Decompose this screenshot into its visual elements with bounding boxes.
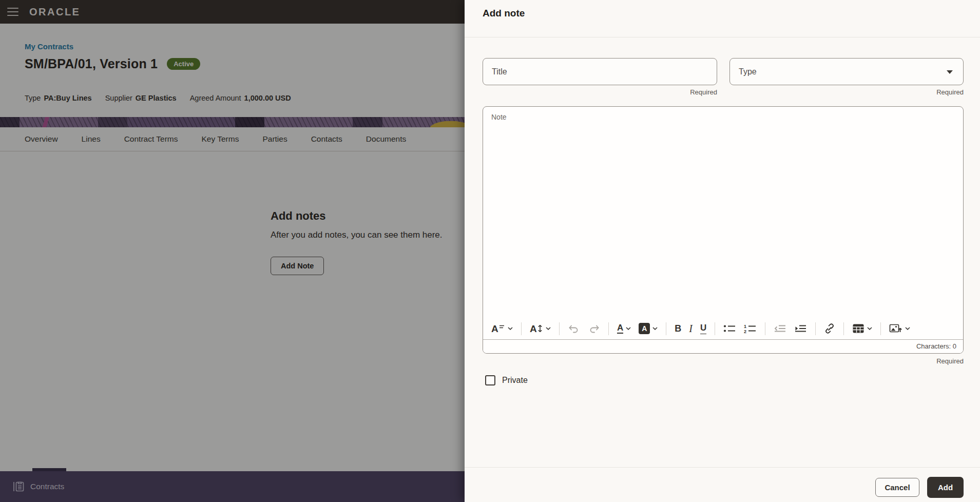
insert-table-icon[interactable] — [851, 322, 874, 335]
redo-icon[interactable] — [586, 323, 602, 334]
title-required-hint: Required — [483, 88, 717, 96]
chevron-down-icon — [626, 327, 631, 330]
private-checkbox[interactable] — [485, 375, 495, 385]
insert-image-icon[interactable] — [888, 322, 912, 335]
svg-text:2: 2 — [744, 329, 746, 334]
font-color-icon[interactable]: A — [616, 322, 632, 335]
bulleted-list-icon[interactable] — [722, 323, 738, 334]
toolbar-divider — [765, 322, 765, 335]
note-type-placeholder: Type — [739, 67, 757, 76]
add-note-drawer: Add note Required Type Required Note A — [465, 0, 980, 502]
indent-icon[interactable] — [793, 323, 809, 334]
cancel-button[interactable]: Cancel — [875, 478, 919, 497]
type-required-hint: Required — [729, 88, 964, 96]
chevron-down-icon — [905, 327, 910, 330]
underline-icon[interactable]: U — [699, 322, 708, 335]
svg-text:A: A — [530, 323, 537, 334]
outdent-icon[interactable] — [772, 323, 788, 334]
drawer-header-divider — [465, 37, 980, 37]
font-size-icon[interactable]: A — [528, 322, 552, 335]
insert-link-icon[interactable] — [822, 322, 837, 335]
note-title-input[interactable] — [483, 58, 717, 85]
note-type-select[interactable]: Type — [729, 58, 964, 85]
chevron-down-icon — [508, 327, 513, 330]
toolbar-divider — [715, 322, 715, 335]
note-required-hint: Required — [483, 357, 964, 365]
toolbar-divider — [608, 322, 609, 335]
bold-icon[interactable]: B — [673, 323, 683, 334]
note-editor-content[interactable]: Note — [483, 107, 963, 318]
toolbar-divider — [559, 322, 560, 335]
toolbar-divider — [666, 322, 666, 335]
character-count: Characters: 0 — [483, 339, 963, 353]
private-checkbox-row: Private — [485, 375, 528, 385]
highlight-color-icon[interactable]: A — [637, 322, 659, 335]
toolbar-divider — [843, 322, 844, 335]
screen: ORACLE My Contracts SM/BPA/01, Version 1… — [0, 0, 980, 502]
toolbar-divider — [880, 322, 881, 335]
svg-text:A: A — [491, 323, 498, 334]
drawer-footer-divider — [465, 467, 980, 468]
chevron-down-icon — [652, 327, 658, 330]
undo-icon[interactable] — [566, 323, 582, 334]
toolbar-divider — [521, 322, 522, 335]
italic-icon[interactable]: I — [687, 322, 694, 335]
numbered-list-icon[interactable]: 1 2 — [742, 323, 758, 334]
svg-text:1: 1 — [744, 324, 746, 329]
dropdown-caret-icon — [947, 70, 953, 74]
editor-toolbar: A A — [483, 318, 963, 339]
chevron-down-icon — [546, 327, 551, 330]
add-button[interactable]: Add — [927, 477, 964, 498]
toolbar-divider — [815, 322, 816, 335]
private-checkbox-label[interactable]: Private — [502, 376, 528, 385]
drawer-title: Add note — [483, 8, 525, 19]
paragraph-format-icon[interactable]: A — [489, 322, 514, 335]
chevron-down-icon — [867, 327, 872, 330]
note-rich-text-editor: Note A A — [483, 106, 964, 354]
